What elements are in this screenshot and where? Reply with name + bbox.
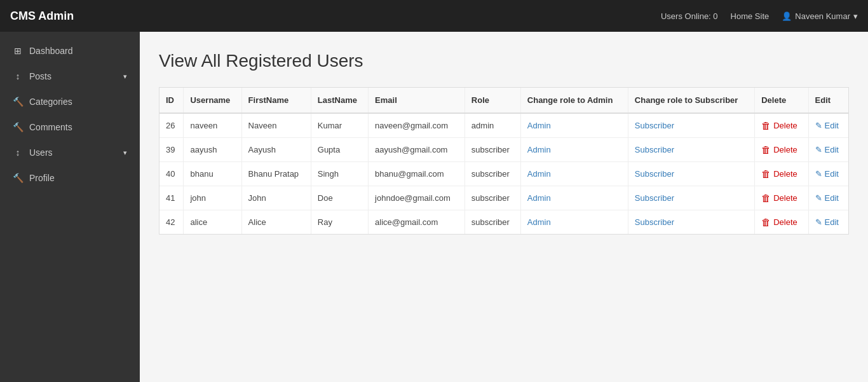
sidebar-item-categories[interactable]: 🔨 Categories	[0, 89, 140, 114]
delete-button[interactable]: Delete	[773, 145, 797, 154]
cell-lastname: Gupta	[311, 138, 368, 162]
col-edit: Edit	[808, 88, 848, 113]
cell-id: 41	[159, 186, 184, 210]
cell-change-subscriber[interactable]: Subscriber	[628, 113, 754, 138]
change-admin-link[interactable]: Admin	[527, 193, 551, 203]
cell-change-subscriber[interactable]: Subscriber	[628, 162, 754, 186]
cell-edit[interactable]: ✎ Edit	[808, 162, 848, 186]
change-subscriber-link[interactable]: Subscriber	[635, 217, 674, 227]
edit-button[interactable]: Edit	[825, 145, 839, 154]
edit-button[interactable]: Edit	[825, 169, 839, 179]
cell-edit[interactable]: ✎ Edit	[808, 186, 848, 210]
posts-icon: ↕	[13, 71, 23, 81]
trash-icon: 🗑	[761, 144, 771, 155]
cell-role: subscriber	[465, 186, 520, 210]
cell-edit[interactable]: ✎ Edit	[808, 113, 848, 138]
cell-firstname: Aayush	[241, 138, 311, 162]
change-subscriber-link[interactable]: Subscriber	[635, 193, 674, 203]
table-row: 42 alice Alice Ray alice@gmail.com subsc…	[159, 210, 848, 235]
cell-username: alice	[184, 210, 241, 235]
cell-lastname: Singh	[311, 162, 368, 186]
cell-change-admin[interactable]: Admin	[520, 113, 628, 138]
sidebar-label-posts: Posts	[29, 71, 51, 81]
cell-delete[interactable]: 🗑 Delete	[755, 162, 808, 186]
edit-button[interactable]: Edit	[825, 121, 839, 130]
dashboard-icon: ⊞	[13, 46, 23, 56]
col-lastname: LastName	[311, 88, 368, 113]
sidebar-label-categories: Categories	[29, 97, 72, 107]
cell-role: subscriber	[465, 210, 520, 235]
change-admin-link[interactable]: Admin	[527, 121, 551, 130]
cell-change-admin[interactable]: Admin	[520, 210, 628, 235]
sidebar-label-users: Users	[29, 147, 53, 158]
delete-button[interactable]: Delete	[773, 217, 797, 227]
cell-delete[interactable]: 🗑 Delete	[755, 210, 808, 235]
sidebar-label-profile: Profile	[29, 173, 55, 183]
delete-button[interactable]: Delete	[773, 193, 797, 203]
cell-edit[interactable]: ✎ Edit	[808, 210, 848, 235]
sidebar-label-dashboard: Dashboard	[29, 46, 73, 56]
col-role: Role	[465, 88, 520, 113]
sidebar-item-posts[interactable]: ↕ Posts	[0, 64, 140, 89]
table-row: 41 john John Doe johndoe@gmail.com subsc…	[159, 186, 848, 210]
comments-icon: 🔨	[13, 122, 23, 132]
page-title: View All Registered Users	[159, 51, 849, 71]
brand-title: CMS Admin	[10, 10, 74, 23]
col-change-admin: Change role to Admin	[520, 88, 628, 113]
cell-email: johndoe@gmail.com	[369, 186, 465, 210]
cell-edit[interactable]: ✎ Edit	[808, 138, 848, 162]
change-subscriber-link[interactable]: Subscriber	[635, 145, 674, 154]
cell-username: bhanu	[184, 162, 241, 186]
table-row: 40 bhanu Bhanu Pratap Singh bhanu@gmail.…	[159, 162, 848, 186]
sidebar-item-dashboard[interactable]: ⊞ Dashboard	[0, 38, 140, 64]
sidebar-label-comments: Comments	[29, 122, 72, 132]
cell-delete[interactable]: 🗑 Delete	[755, 138, 808, 162]
sidebar-item-profile[interactable]: 🔨 Profile	[0, 165, 140, 191]
table-row: 39 aayush Aayush Gupta aayush@gmail.com …	[159, 138, 848, 162]
col-firstname: FirstName	[241, 88, 311, 113]
pencil-icon: ✎	[815, 217, 822, 227]
categories-icon: 🔨	[13, 97, 23, 107]
cell-username: naveen	[184, 113, 241, 138]
col-change-subscriber: Change role to Subscriber	[628, 88, 754, 113]
cell-change-admin[interactable]: Admin	[520, 138, 628, 162]
cell-change-subscriber[interactable]: Subscriber	[628, 138, 754, 162]
cell-username: aayush	[184, 138, 241, 162]
cell-email: bhanu@gmail.com	[369, 162, 465, 186]
edit-button[interactable]: Edit	[825, 217, 839, 227]
change-admin-link[interactable]: Admin	[527, 145, 551, 154]
change-admin-link[interactable]: Admin	[527, 169, 551, 179]
change-subscriber-link[interactable]: Subscriber	[635, 169, 674, 179]
cell-firstname: John	[241, 186, 311, 210]
edit-button[interactable]: Edit	[825, 193, 839, 203]
trash-icon: 🗑	[761, 193, 771, 203]
user-menu[interactable]: 👤 Naveen Kumar ▾	[782, 11, 858, 21]
users-table-container: ID Username FirstName LastName Email Rol…	[159, 87, 849, 235]
sidebar-item-users[interactable]: ↕ Users	[0, 140, 140, 165]
main-layout: ⊞ Dashboard ↕ Posts 🔨 Categories 🔨 Comme…	[0, 32, 868, 382]
cell-change-admin[interactable]: Admin	[520, 162, 628, 186]
cell-id: 39	[159, 138, 184, 162]
user-name-label: Naveen Kumar	[795, 11, 850, 21]
cell-change-admin[interactable]: Admin	[520, 186, 628, 210]
cell-firstname: Bhanu Pratap	[241, 162, 311, 186]
delete-button[interactable]: Delete	[773, 121, 797, 130]
table-row: 26 naveen Naveen Kumar naveen@gmail.com …	[159, 113, 848, 138]
cell-role: subscriber	[465, 138, 520, 162]
cell-username: john	[184, 186, 241, 210]
cell-delete[interactable]: 🗑 Delete	[755, 113, 808, 138]
col-email: Email	[369, 88, 465, 113]
user-dropdown-arrow: ▾	[853, 11, 858, 21]
cell-change-subscriber[interactable]: Subscriber	[628, 186, 754, 210]
delete-button[interactable]: Delete	[773, 169, 797, 179]
cell-lastname: Kumar	[311, 113, 368, 138]
pencil-icon: ✎	[815, 169, 822, 179]
trash-icon: 🗑	[761, 217, 771, 228]
sidebar-item-comments[interactable]: 🔨 Comments	[0, 114, 140, 140]
home-site-link[interactable]: Home Site	[731, 11, 770, 21]
change-subscriber-link[interactable]: Subscriber	[635, 121, 674, 130]
col-delete: Delete	[755, 88, 808, 113]
change-admin-link[interactable]: Admin	[527, 217, 551, 227]
cell-delete[interactable]: 🗑 Delete	[755, 186, 808, 210]
cell-change-subscriber[interactable]: Subscriber	[628, 210, 754, 235]
